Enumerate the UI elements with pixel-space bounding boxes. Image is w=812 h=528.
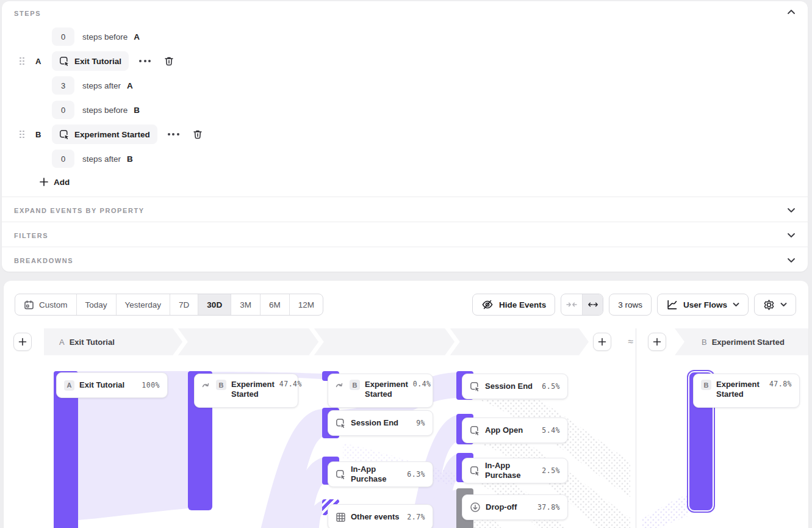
flow-node-card[interactable]: In-App Purchase 2.5% (462, 458, 568, 483)
date-range-control: Custom Today Yesterday 7D 30D 3M 6M 12M (15, 294, 323, 316)
steps-before-a-input[interactable]: 0 (52, 27, 74, 46)
flow-node-card[interactable]: B Experiment Started 47.8% (693, 374, 800, 408)
settings-menu-button[interactable] (754, 294, 796, 316)
more-options-icon[interactable] (168, 133, 179, 136)
step-letter: A (35, 57, 43, 66)
node-name: Exit Tutorial (79, 380, 124, 390)
add-label: Add (54, 178, 70, 187)
user-flows-chart-icon (666, 299, 678, 311)
node-value: 5.4% (542, 426, 560, 435)
arrows-outward-icon (587, 300, 598, 309)
gear-icon (763, 299, 775, 311)
steps-count-label: steps after (82, 154, 121, 164)
section-breakdowns[interactable]: BREAKDOWNS (2, 247, 808, 272)
plus-icon (40, 178, 48, 186)
chart-toolbar-right: Hide Events 3 rows User Flows (472, 294, 796, 316)
chevron-down-icon (780, 302, 787, 307)
steps-after-b-row: 0 steps after B (2, 146, 808, 171)
steps-panel: STEPS 0 steps before A A Exit Tutorial 3… (2, 1, 808, 272)
event-name: Experiment Started (74, 130, 150, 139)
section-filters[interactable]: FILTERS (2, 222, 808, 247)
step-letter: B (35, 130, 43, 139)
steps-after-b-input[interactable]: 0 (52, 150, 74, 168)
event-click-icon (59, 56, 70, 67)
drag-handle-icon[interactable] (20, 131, 25, 139)
node-name: In-App Purchase (351, 465, 402, 485)
chevron-down-icon (787, 257, 796, 263)
expand-columns-button[interactable] (582, 294, 603, 315)
hide-events-button[interactable]: Hide Events (472, 294, 555, 316)
node-value: 2.5% (542, 466, 560, 475)
node-value: 0.4% (413, 380, 431, 388)
node-value: 6.3% (407, 470, 425, 479)
event-click-icon (336, 469, 346, 480)
flow-node-card[interactable]: Drop-off 37.8% (462, 494, 568, 520)
range-12m[interactable]: 12M (289, 294, 323, 315)
event-click-icon (470, 425, 480, 436)
stage-b-label: B Experiment Started (702, 328, 785, 355)
drop-off-icon (470, 502, 481, 513)
range-7d[interactable]: 7D (170, 294, 198, 315)
trash-icon[interactable] (163, 56, 174, 67)
steps-after-a-input[interactable]: 3 (52, 76, 74, 95)
step-ref: B (127, 154, 133, 164)
add-column-after-a-button[interactable] (593, 333, 611, 351)
node-value: 47.4% (279, 380, 302, 388)
event-click-icon (336, 418, 346, 429)
node-name: Experiment Started (231, 380, 275, 400)
event-chip-a[interactable]: Exit Tutorial (52, 51, 129, 71)
steps-section-header[interactable]: STEPS (2, 1, 808, 23)
node-name: App Open (485, 425, 523, 435)
flow-node-card[interactable]: Session End 6.5% (462, 374, 568, 399)
section-label: EXPAND EVENTS BY PROPERTY (14, 207, 145, 214)
node-value: 100% (142, 381, 160, 389)
step-badge: B (701, 380, 711, 390)
rows-count-button[interactable]: 3 rows (609, 294, 652, 316)
section-label: FILTERS (14, 232, 48, 239)
node-name: Other events (351, 512, 399, 522)
chevron-down-icon (787, 207, 796, 213)
range-3m[interactable]: 3M (231, 294, 260, 315)
plus-icon (598, 338, 606, 346)
gap-indicator: ≈ (617, 328, 644, 355)
flow-node-card[interactable]: B Experiment Started 47.4% (194, 374, 298, 408)
steps-before-a-row: 0 steps before A (2, 24, 808, 49)
node-value: 2.7% (407, 513, 425, 521)
steps-title: STEPS (14, 10, 41, 17)
view-selector[interactable]: User Flows (657, 294, 749, 316)
flow-node-card[interactable]: In-App Purchase 6.3% (328, 461, 433, 487)
add-column-before-a-button[interactable] (13, 333, 32, 351)
trash-icon[interactable] (192, 129, 203, 140)
node-value: 37.8% (537, 503, 560, 512)
section-expand-events[interactable]: EXPAND EVENTS BY PROPERTY (2, 197, 808, 222)
flow-node-card[interactable]: B Experiment Started 0.4% (328, 374, 433, 408)
range-6m[interactable]: 6M (260, 294, 289, 315)
arrows-inward-icon (566, 300, 577, 309)
node-name: Experiment Started (365, 380, 408, 400)
flow-node-card[interactable]: App Open 5.4% (462, 418, 568, 443)
flow-node-card[interactable]: Other events 2.7% (328, 504, 433, 528)
add-step-button[interactable]: Add (40, 171, 70, 193)
steps-before-b-row: 0 steps before B (2, 98, 808, 122)
section-label: BREAKDOWNS (14, 257, 73, 264)
range-30d[interactable]: 30D (198, 294, 231, 315)
chevron-up-icon[interactable] (787, 9, 796, 15)
event-click-icon (470, 382, 480, 392)
event-chip-b[interactable]: Experiment Started (52, 125, 157, 144)
collapse-columns-button[interactable] (561, 294, 582, 315)
range-today[interactable]: Today (76, 294, 116, 315)
more-options-icon[interactable] (139, 60, 151, 62)
step-badge: A (64, 380, 74, 391)
add-column-before-b-button[interactable] (648, 333, 666, 351)
range-yesterday[interactable]: Yesterday (116, 294, 170, 315)
squiggle-arrow-icon (202, 382, 211, 389)
step-ref: B (134, 106, 140, 115)
flow-node-card[interactable]: A Exit Tutorial 100% (56, 372, 168, 398)
flow-node-card[interactable]: Session End 9% (328, 410, 433, 436)
range-custom[interactable]: Custom (15, 294, 76, 315)
plus-icon (653, 338, 661, 346)
drag-handle-icon[interactable] (20, 57, 25, 65)
stage-a-label: A Exit Tutorial (59, 328, 115, 355)
step-ref: A (134, 32, 140, 42)
steps-before-b-input[interactable]: 0 (52, 101, 74, 119)
